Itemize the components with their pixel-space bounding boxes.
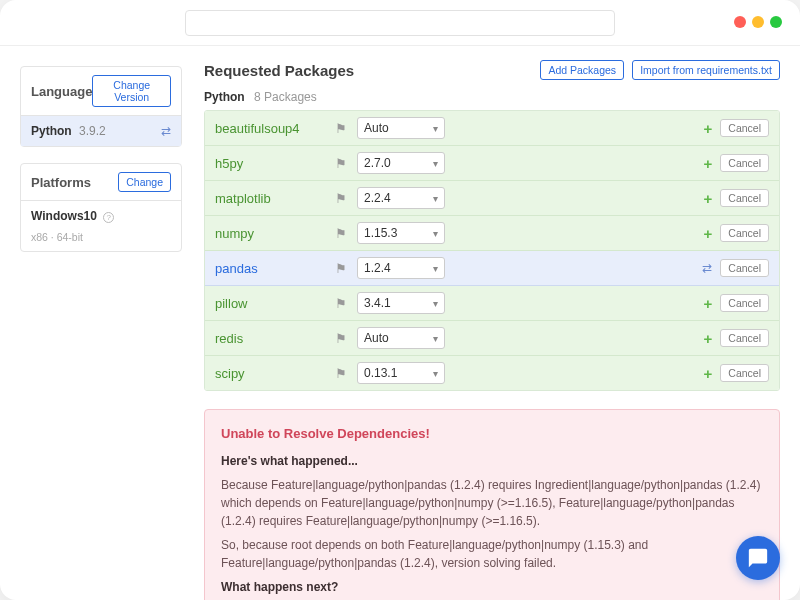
flag-icon[interactable]: ⚑	[335, 261, 357, 276]
platform-name: Windows10	[31, 209, 97, 223]
shuffle-icon[interactable]: ⇄	[161, 124, 171, 138]
packages-table: beautifulsoup4⚑Auto▾+Cancelh5py⚑2.7.0▾+C…	[204, 110, 780, 391]
platforms-title: Platforms	[31, 175, 91, 190]
flag-icon[interactable]: ⚑	[335, 296, 357, 311]
version-select[interactable]: 0.13.1▾	[357, 362, 445, 384]
plus-icon[interactable]: +	[704, 365, 713, 382]
cancel-button[interactable]: Cancel	[720, 294, 769, 312]
package-name[interactable]: redis	[215, 331, 335, 346]
add-packages-button[interactable]: Add Packages	[540, 60, 624, 80]
package-row-matplotlib: matplotlib⚑2.2.4▾+Cancel	[205, 181, 779, 216]
package-name[interactable]: pandas	[215, 261, 335, 276]
cancel-button[interactable]: Cancel	[720, 189, 769, 207]
chevron-down-icon: ▾	[433, 123, 438, 134]
package-name[interactable]: pillow	[215, 296, 335, 311]
plus-icon[interactable]: +	[704, 295, 713, 312]
cancel-button[interactable]: Cancel	[720, 329, 769, 347]
cancel-button[interactable]: Cancel	[720, 154, 769, 172]
version-select[interactable]: 2.2.4▾	[357, 187, 445, 209]
minimize-icon[interactable]	[752, 16, 764, 28]
maximize-icon[interactable]	[770, 16, 782, 28]
package-name[interactable]: numpy	[215, 226, 335, 241]
close-icon[interactable]	[734, 16, 746, 28]
platforms-card: Platforms Change Windows10 ? x86 · 64-bi…	[20, 163, 182, 252]
error-heading-1: Here's what happened...	[221, 454, 358, 468]
cancel-button[interactable]: Cancel	[720, 224, 769, 242]
shuffle-icon[interactable]: ⇄	[702, 261, 712, 275]
app-window: Language Change Version Python 3.9.2 ⇄ P…	[0, 0, 800, 600]
plus-icon[interactable]: +	[704, 225, 713, 242]
window-controls	[734, 16, 782, 28]
language-row[interactable]: Python 3.9.2 ⇄	[21, 115, 181, 146]
package-name[interactable]: beautifulsoup4	[215, 121, 335, 136]
language-title: Language	[31, 84, 92, 99]
chevron-down-icon: ▾	[433, 298, 438, 309]
version-select[interactable]: 2.7.0▾	[357, 152, 445, 174]
info-icon[interactable]: ?	[103, 212, 114, 223]
plus-icon[interactable]: +	[704, 190, 713, 207]
chevron-down-icon: ▾	[433, 193, 438, 204]
packages-subheader: Python 8 Packages	[204, 90, 780, 104]
plus-icon[interactable]: +	[704, 330, 713, 347]
error-title: Unable to Resolve Dependencies!	[221, 424, 763, 444]
error-paragraph-1: Because Feature|language/python|pandas (…	[221, 476, 763, 530]
error-panel: Unable to Resolve Dependencies! Here's w…	[204, 409, 780, 600]
package-row-pillow: pillow⚑3.4.1▾+Cancel	[205, 286, 779, 321]
chevron-down-icon: ▾	[433, 368, 438, 379]
platform-arch: x86 · 64-bit	[21, 231, 181, 251]
version-select[interactable]: Auto▾	[357, 327, 445, 349]
error-heading-2: What happens next?	[221, 580, 338, 594]
flag-icon[interactable]: ⚑	[335, 191, 357, 206]
version-select[interactable]: 1.15.3▾	[357, 222, 445, 244]
flag-icon[interactable]: ⚑	[335, 121, 357, 136]
page-title: Requested Packages	[204, 62, 354, 79]
language-version: 3.9.2	[79, 124, 106, 138]
flag-icon[interactable]: ⚑	[335, 226, 357, 241]
chevron-down-icon: ▾	[433, 228, 438, 239]
search-input[interactable]	[185, 10, 615, 36]
chat-button[interactable]	[736, 536, 780, 580]
sidebar: Language Change Version Python 3.9.2 ⇄ P…	[0, 46, 190, 600]
flag-icon[interactable]: ⚑	[335, 156, 357, 171]
change-platform-button[interactable]: Change	[118, 172, 171, 192]
version-select[interactable]: Auto▾	[357, 117, 445, 139]
plus-icon[interactable]: +	[704, 155, 713, 172]
content: Language Change Version Python 3.9.2 ⇄ P…	[0, 46, 800, 600]
package-name[interactable]: h5py	[215, 156, 335, 171]
packages-language: Python	[204, 90, 245, 104]
import-requirements-button[interactable]: Import from requirements.txt	[632, 60, 780, 80]
error-paragraph-2: So, because root depends on both Feature…	[221, 536, 763, 572]
language-name: Python	[31, 124, 72, 138]
chevron-down-icon: ▾	[433, 263, 438, 274]
cancel-button[interactable]: Cancel	[720, 364, 769, 382]
cancel-button[interactable]: Cancel	[720, 119, 769, 137]
version-select[interactable]: 1.2.4▾	[357, 257, 445, 279]
version-select[interactable]: 3.4.1▾	[357, 292, 445, 314]
package-name[interactable]: scipy	[215, 366, 335, 381]
flag-icon[interactable]: ⚑	[335, 331, 357, 346]
plus-icon[interactable]: +	[704, 120, 713, 137]
package-row-scipy: scipy⚑0.13.1▾+Cancel	[205, 356, 779, 390]
package-row-beautifulsoup4: beautifulsoup4⚑Auto▾+Cancel	[205, 111, 779, 146]
language-card: Language Change Version Python 3.9.2 ⇄	[20, 66, 182, 147]
chat-icon	[747, 547, 769, 569]
package-row-pandas: pandas⚑1.2.4▾⇄Cancel	[205, 251, 779, 286]
titlebar	[0, 0, 800, 46]
packages-count: 8 Packages	[254, 90, 317, 104]
package-row-redis: redis⚑Auto▾+Cancel	[205, 321, 779, 356]
package-row-h5py: h5py⚑2.7.0▾+Cancel	[205, 146, 779, 181]
flag-icon[interactable]: ⚑	[335, 366, 357, 381]
chevron-down-icon: ▾	[433, 333, 438, 344]
package-name[interactable]: matplotlib	[215, 191, 335, 206]
main-panel: Requested Packages Add Packages Import f…	[190, 46, 800, 600]
change-version-button[interactable]: Change Version	[92, 75, 171, 107]
cancel-button[interactable]: Cancel	[720, 259, 769, 277]
platform-row: Windows10 ?	[21, 200, 181, 231]
chevron-down-icon: ▾	[433, 158, 438, 169]
package-row-numpy: numpy⚑1.15.3▾+Cancel	[205, 216, 779, 251]
